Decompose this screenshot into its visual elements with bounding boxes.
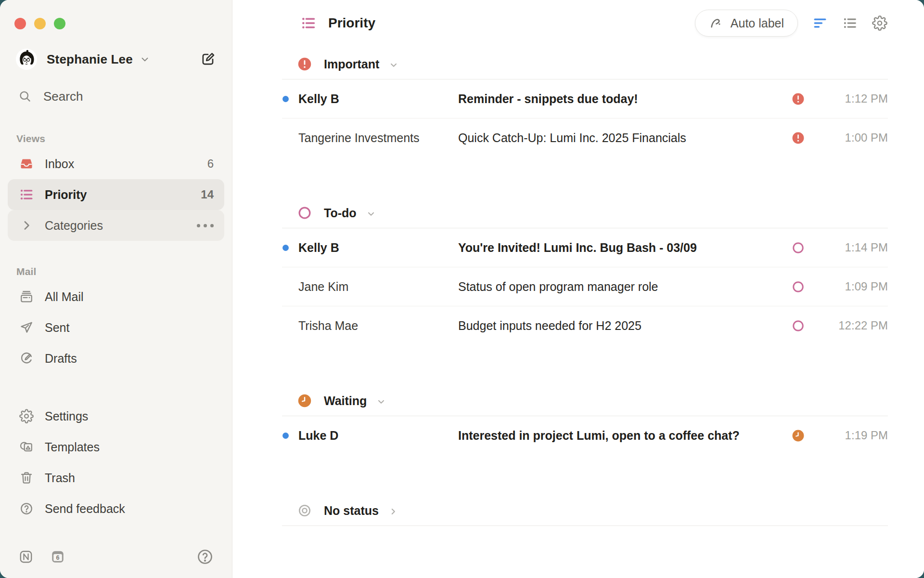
inbox-icon [19, 157, 34, 171]
email-subject: Reminder - snippets due today! [458, 92, 792, 106]
list-view-icon[interactable] [842, 15, 858, 31]
calendar-icon[interactable]: 6 [50, 549, 65, 565]
chevron-down-icon[interactable] [376, 396, 386, 407]
sidebar-item-categories[interactable]: Categories [8, 210, 224, 241]
sidebar-item-label: Priority [45, 188, 87, 202]
group-status-icon [297, 206, 312, 220]
avatar [16, 49, 37, 70]
auto-label-label: Auto label [731, 16, 784, 30]
email-row[interactable]: Tangerine Investments Quick Catch-Up: Lu… [282, 118, 888, 157]
sidebar-item-priority[interactable]: Priority 14 [8, 179, 224, 210]
sidebar-item-label: Drafts [45, 352, 77, 366]
group-status-icon [297, 394, 312, 408]
email-time: 1:09 PM [815, 280, 888, 293]
sidebar-item-inbox[interactable]: Inbox 6 [8, 148, 224, 179]
send-icon [19, 320, 34, 335]
email-row[interactable]: Kelly B Reminder - snippets due today! 1… [282, 79, 888, 118]
sidebar-item-label: Trash [45, 471, 75, 485]
sidebar-item-label: All Mail [45, 290, 84, 304]
email-subject: Quick Catch-Up: Lumi Inc. 2025 Financial… [458, 131, 792, 145]
sidebar-item-trash[interactable]: Trash [8, 462, 224, 493]
minimize-window-button[interactable] [34, 18, 46, 29]
sidebar-item-sent[interactable]: Sent [8, 312, 224, 343]
email-list: Important Kelly B Reminder - snippets du… [282, 49, 888, 526]
window-controls [0, 0, 232, 29]
search-button[interactable]: Search [18, 85, 216, 108]
compose-icon[interactable] [200, 52, 216, 67]
sidebar-item-drafts[interactable]: Drafts [8, 343, 224, 374]
email-group: Important Kelly B Reminder - snippets du… [282, 49, 888, 157]
help-icon[interactable] [196, 548, 214, 565]
sidebar-item-settings[interactable]: Settings [8, 401, 224, 432]
group-header[interactable]: No status [282, 496, 888, 526]
mail-section-label: Mail [16, 266, 232, 277]
sidebar-footer: Settings Templates Trash Send feedback [0, 401, 232, 524]
email-group: Waiting Luke D Interested in project Lum… [282, 386, 888, 455]
group-rows: Kelly B You're Invited! Lumi Inc. Bug Ba… [282, 228, 888, 345]
more-options-icon[interactable] [197, 224, 214, 227]
email-row[interactable]: Luke D Interested in project Lumi, open … [282, 416, 888, 455]
page-title: Priority [328, 15, 375, 31]
email-subject: Interested in project Lumi, open to a co… [458, 429, 792, 443]
main-panel: Priority Auto label [232, 0, 924, 578]
view-settings-gear-icon[interactable] [872, 15, 887, 31]
sidebar-item-templates[interactable]: Templates [8, 432, 224, 462]
sidebar-item-label: Settings [45, 409, 88, 423]
unread-dot [282, 245, 289, 251]
priority-list-icon [301, 15, 316, 31]
email-group: To-do Kelly B You're Invited! Lumi Inc. … [282, 198, 888, 345]
email-sender: Trisha Mae [298, 319, 458, 333]
auto-label-wand-icon [709, 16, 723, 30]
unread-dot [282, 433, 289, 439]
account-switcher[interactable]: Stephanie Lee [16, 47, 216, 71]
search-icon [18, 90, 32, 103]
main-header: Priority Auto label [232, 0, 924, 46]
inbox-count: 6 [207, 157, 214, 171]
email-row[interactable]: Trisha Mae Budget inputs needed for H2 2… [282, 306, 888, 345]
auto-label-button[interactable]: Auto label [695, 10, 798, 37]
filter-icon[interactable] [812, 15, 828, 31]
help-circle-icon [19, 501, 34, 516]
group-status-icon [297, 503, 312, 518]
unread-dot [282, 96, 289, 102]
group-label: Waiting [324, 394, 367, 408]
close-window-button[interactable] [14, 18, 26, 29]
email-sender: Kelly B [298, 241, 458, 255]
group-header[interactable]: Important [282, 49, 888, 79]
trash-icon [19, 471, 34, 485]
chevron-down-icon[interactable] [388, 60, 399, 70]
user-name: Stephanie Lee [47, 52, 133, 67]
status-icon [792, 92, 815, 105]
views-section-label: Views [16, 133, 232, 144]
chevron-down-icon[interactable] [366, 209, 376, 219]
group-status-icon [297, 57, 312, 71]
sidebar-item-all-mail[interactable]: All Mail [8, 281, 224, 312]
sidebar-item-send-feedback[interactable]: Send feedback [8, 493, 224, 524]
group-header[interactable]: To-do [282, 198, 888, 228]
unread-dot [282, 323, 289, 329]
zoom-window-button[interactable] [54, 18, 65, 29]
group-header[interactable]: Waiting [282, 386, 888, 416]
email-row[interactable]: Kelly B You're Invited! Lumi Inc. Bug Ba… [282, 228, 888, 267]
sidebar-bottom-bar: 6 [18, 546, 214, 567]
group-label: No status [324, 504, 379, 518]
email-subject: Status of open program manager role [458, 280, 792, 294]
email-sender: Tangerine Investments [298, 131, 458, 145]
svg-text:6: 6 [56, 554, 59, 561]
email-subject: Budget inputs needed for H2 2025 [458, 319, 792, 333]
email-time: 1:12 PM [815, 92, 888, 105]
email-time: 1:14 PM [815, 241, 888, 254]
status-icon [792, 241, 815, 254]
status-icon [792, 280, 815, 293]
unread-dot [282, 135, 289, 141]
sidebar-item-label: Send feedback [45, 502, 125, 516]
gear-icon [19, 409, 34, 423]
email-time: 1:19 PM [815, 429, 888, 442]
email-sender: Luke D [298, 429, 458, 443]
sidebar-item-label: Sent [45, 321, 69, 335]
chevron-right-icon[interactable] [388, 506, 398, 517]
email-row[interactable]: Jane Kim Status of open program manager … [282, 267, 888, 306]
email-group: No status [282, 496, 888, 526]
notion-logo-icon[interactable] [18, 549, 34, 565]
group-label: To-do [324, 206, 357, 220]
